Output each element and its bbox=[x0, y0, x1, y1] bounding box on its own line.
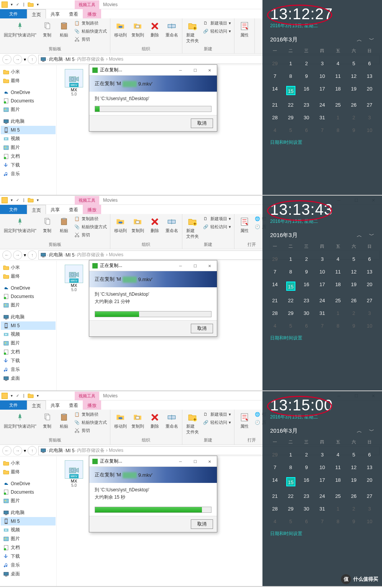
nav-item[interactable]: 视频 bbox=[1, 525, 56, 534]
nav-item[interactable]: 图片 bbox=[1, 105, 56, 114]
next-month-button[interactable]: ﹀ bbox=[369, 428, 374, 435]
properties-button[interactable]: 属性 bbox=[237, 410, 252, 431]
cal-day[interactable]: 25 bbox=[330, 100, 346, 110]
cal-day[interactable]: 17 bbox=[314, 279, 330, 293]
prev-month-button[interactable]: ︿ bbox=[357, 36, 362, 43]
nav-item[interactable]: 此电脑 bbox=[1, 117, 56, 126]
next-month-button[interactable]: ﹀ bbox=[369, 36, 374, 43]
cal-day[interactable]: 21 bbox=[267, 491, 283, 501]
cal-day[interactable]: 3 bbox=[314, 254, 330, 264]
qa-save-icon[interactable]: ▾ bbox=[9, 2, 14, 7]
cal-day[interactable]: 7 bbox=[314, 321, 330, 331]
new-item-button[interactable]: 🗋新建项目▾ bbox=[202, 19, 232, 27]
cal-day[interactable]: 23 bbox=[298, 295, 314, 306]
paste-button[interactable]: 粘贴 bbox=[56, 215, 72, 235]
pin-button[interactable]: 固定到"快速访问" bbox=[2, 215, 38, 235]
cal-day[interactable]: 8 bbox=[330, 125, 346, 135]
cal-day[interactable]: 15 bbox=[283, 475, 298, 489]
cal-day[interactable]: 3 bbox=[314, 450, 330, 460]
cal-day[interactable]: 26 bbox=[346, 100, 362, 110]
pin-button[interactable]: 固定到"快速访问" bbox=[2, 410, 38, 431]
delete-button[interactable]: 删除 bbox=[147, 215, 162, 235]
cal-day[interactable]: 2 bbox=[298, 58, 314, 69]
cal-day[interactable]: 28 bbox=[267, 308, 283, 318]
nav-item[interactable]: 最终 bbox=[1, 76, 56, 85]
cal-day[interactable]: 16 bbox=[298, 475, 314, 489]
paste-button[interactable]: 粘贴 bbox=[56, 410, 72, 431]
nav-item[interactable]: Documents bbox=[1, 292, 56, 301]
cal-day[interactable]: 5 bbox=[283, 516, 298, 527]
nav-item[interactable]: 最终 bbox=[1, 272, 56, 281]
nav-item[interactable]: 此电脑 bbox=[1, 313, 56, 321]
recent-button[interactable]: ▾ bbox=[24, 57, 26, 62]
nav-tree[interactable]: 小米 最终 OneDrive Documents 图片 此电脑 MI 5 视频 … bbox=[0, 456, 57, 587]
properties-button[interactable]: 属性 bbox=[237, 19, 252, 40]
cal-day[interactable]: 4 bbox=[267, 125, 283, 135]
pin-button[interactable]: 固定到"快速访问" bbox=[2, 19, 38, 40]
nav-item[interactable]: 音乐 bbox=[1, 365, 56, 374]
cal-day[interactable]: 31 bbox=[314, 308, 330, 318]
nav-item[interactable]: 文档 bbox=[1, 152, 56, 161]
cal-day[interactable]: 3 bbox=[362, 308, 377, 318]
cal-day[interactable]: 25 bbox=[330, 295, 346, 306]
view-tab[interactable]: 查看 bbox=[64, 400, 83, 410]
cal-day[interactable]: 7 bbox=[314, 516, 330, 527]
cal-day[interactable]: 14 bbox=[267, 84, 283, 97]
cal-day[interactable]: 15 bbox=[283, 84, 298, 97]
cal-day[interactable]: 25 bbox=[330, 491, 346, 501]
cal-day[interactable]: 13 bbox=[362, 71, 377, 81]
cal-day[interactable]: 28 bbox=[267, 504, 283, 514]
nav-item[interactable]: 最终 bbox=[1, 468, 56, 476]
cal-day[interactable]: 12 bbox=[346, 462, 362, 473]
cal-day[interactable]: 10 bbox=[362, 321, 377, 331]
cal-day[interactable]: 4 bbox=[330, 450, 346, 460]
cal-day[interactable]: 2 bbox=[346, 308, 362, 318]
nav-item[interactable]: 下载 bbox=[1, 356, 56, 365]
dialog-titlebar[interactable]: 正在复制... ─ ☐ ✕ bbox=[89, 260, 217, 271]
cal-day[interactable]: 18 bbox=[330, 475, 346, 489]
cal-day[interactable]: 5 bbox=[346, 254, 362, 264]
play-tab[interactable]: 播放 bbox=[83, 205, 101, 214]
cal-day[interactable]: 8 bbox=[330, 321, 346, 331]
share-tab[interactable]: 共享 bbox=[46, 9, 64, 18]
cal-day[interactable]: 23 bbox=[298, 100, 314, 110]
datetime-settings-link[interactable]: 日期和时间设置 bbox=[262, 135, 382, 150]
copy-button[interactable]: 复制 bbox=[39, 215, 55, 235]
forward-button[interactable]: → bbox=[13, 250, 22, 260]
dlg-maximize-button[interactable]: ☐ bbox=[188, 456, 202, 467]
cut-button[interactable]: 剪切 bbox=[73, 427, 108, 434]
cal-day[interactable]: 8 bbox=[283, 267, 298, 277]
cal-day[interactable]: 21 bbox=[267, 100, 283, 110]
cal-day[interactable]: 6 bbox=[298, 321, 314, 331]
up-button[interactable]: ↑ bbox=[28, 55, 37, 64]
cut-button[interactable]: 剪切 bbox=[73, 231, 108, 239]
cal-day[interactable]: 15 bbox=[283, 279, 298, 293]
cal-day[interactable]: 30 bbox=[298, 504, 314, 514]
cal-day[interactable]: 12 bbox=[346, 267, 362, 277]
cal-day[interactable]: 21 bbox=[267, 295, 283, 306]
dialog-titlebar[interactable]: 正在复制... ─ ☐ ✕ bbox=[89, 65, 217, 76]
dlg-close-button[interactable]: ✕ bbox=[202, 456, 217, 467]
cal-day[interactable]: 5 bbox=[283, 125, 298, 135]
play-tab[interactable]: 播放 bbox=[83, 9, 101, 18]
cal-day[interactable]: 6 bbox=[298, 125, 314, 135]
nav-item[interactable]: 视频 bbox=[1, 330, 56, 339]
cal-day[interactable]: 20 bbox=[362, 475, 377, 489]
cal-day[interactable]: 11 bbox=[330, 462, 346, 473]
back-button[interactable]: ← bbox=[2, 446, 11, 455]
cal-day[interactable]: 2 bbox=[298, 450, 314, 460]
cal-day[interactable]: 17 bbox=[314, 84, 330, 97]
copy-button[interactable]: 复制 bbox=[39, 410, 55, 431]
video-tools-tab[interactable]: 视频工具 bbox=[75, 392, 99, 400]
forward-button[interactable]: → bbox=[13, 55, 22, 64]
cal-day[interactable]: 20 bbox=[362, 279, 377, 293]
dialog-titlebar[interactable]: 正在复制... ─ ☐ ✕ bbox=[89, 456, 217, 467]
datetime-settings-link[interactable]: 日期和时间设置 bbox=[262, 331, 382, 345]
qa-undo-icon[interactable]: ✓ bbox=[15, 198, 20, 203]
cal-day[interactable]: 19 bbox=[346, 475, 362, 489]
delete-button[interactable]: 删除 bbox=[147, 410, 162, 431]
rename-button[interactable]: 重命名 bbox=[164, 19, 180, 40]
qa-undo-icon[interactable]: ✓ bbox=[15, 2, 20, 7]
cal-day[interactable]: 7 bbox=[314, 125, 330, 135]
cal-day[interactable]: 4 bbox=[330, 254, 346, 264]
